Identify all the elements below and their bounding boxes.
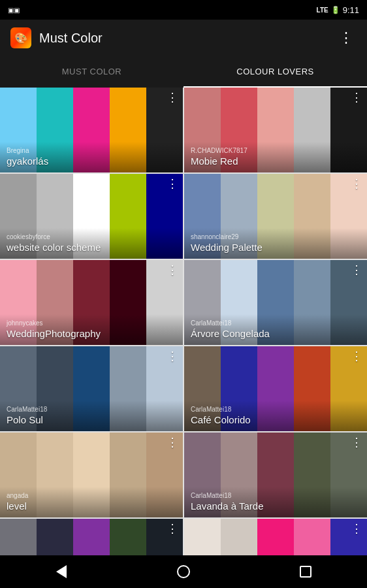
back-icon <box>56 565 67 578</box>
color-strip <box>73 519 110 555</box>
palette-info: angadalevel <box>0 487 183 517</box>
recent-icon <box>300 566 311 578</box>
card-menu-button[interactable]: ⋮ <box>167 436 179 448</box>
palette-author: CarlaMattei18 <box>7 406 176 413</box>
palette-author: Bregina <box>7 147 176 154</box>
palette-info: CarlaMattei18Polo Sul <box>0 400 183 431</box>
palette-info: cookiesbyforcewebsite color scheme <box>0 228 183 259</box>
card-menu-button[interactable]: ⋮ <box>351 178 363 189</box>
palette-card[interactable]: cookiesbyforcewebsite color scheme⋮ <box>0 174 183 259</box>
status-time: 9:11 <box>343 5 359 15</box>
palette-colors <box>184 519 367 555</box>
card-menu-button[interactable]: ⋮ <box>351 350 363 362</box>
palette-info: shannonclaire29Wedding Palette <box>184 228 367 259</box>
color-strip <box>37 519 73 555</box>
palette-author: CarlaMattei18 <box>191 492 360 499</box>
palette-card[interactable]: ⋮ <box>184 519 367 555</box>
color-strip <box>221 519 257 555</box>
palette-author: johnnycakes <box>7 319 176 327</box>
app-title: Must Color <box>39 31 328 46</box>
card-menu-button[interactable]: ⋮ <box>351 264 363 276</box>
status-right: LTE 🔋 9:11 <box>317 5 359 15</box>
palette-author: cookiesbyforce <box>7 233 176 240</box>
color-strip <box>257 519 294 555</box>
card-menu-button[interactable]: ⋮ <box>351 436 363 448</box>
palette-info: Breginagyakorlás <box>0 142 183 172</box>
palette-card[interactable]: johnnycakesWeddingPhotography⋮ <box>0 260 183 345</box>
app-logo: 🎨 <box>10 27 31 48</box>
card-menu-button[interactable]: ⋮ <box>167 178 179 189</box>
card-menu-button[interactable]: ⋮ <box>167 91 179 103</box>
palette-card[interactable]: CarlaMattei18Café Colorido⋮ <box>184 346 367 431</box>
palette-author: shannonclaire29 <box>191 233 360 240</box>
card-menu-button[interactable]: ⋮ <box>167 523 179 534</box>
tab-colour-lovers[interactable]: COLOUR LOVERS <box>184 56 367 86</box>
color-strip <box>184 519 221 555</box>
palette-info: R.CHADWICK7817Mobie Red <box>184 142 367 172</box>
palette-name: Polo Sul <box>7 414 176 426</box>
palette-name: Árvore Congelada <box>191 328 360 340</box>
color-strip <box>0 519 37 555</box>
card-menu-button[interactable]: ⋮ <box>167 350 179 362</box>
tab-bar: MUST COLOR COLOUR LOVERS <box>0 56 367 88</box>
palette-author: CarlaMattei18 <box>191 319 360 327</box>
palette-card[interactable]: angadalevel⋮ <box>0 433 183 517</box>
palette-grid: Breginagyakorlás⋮R.CHADWICK7817Mobie Red… <box>0 88 367 555</box>
color-strip <box>110 519 146 555</box>
status-bar: ▣▣ LTE 🔋 9:11 <box>0 0 367 20</box>
palette-name: Café Colorido <box>191 414 360 426</box>
palette-name: gyakorlás <box>7 155 176 167</box>
status-left: ▣▣ <box>8 7 20 14</box>
more-button[interactable]: ⋮ <box>336 27 357 49</box>
palette-card[interactable]: ⋮ <box>0 519 183 555</box>
palette-info: johnnycakesWeddingPhotography <box>0 314 183 345</box>
card-menu-button[interactable]: ⋮ <box>351 91 363 103</box>
palette-card[interactable]: Breginagyakorlás⋮ <box>0 88 183 172</box>
nav-recent-button[interactable] <box>293 559 319 585</box>
lte-icon: LTE <box>317 7 328 14</box>
palette-card[interactable]: CarlaMattei18Lavanda à Tarde⋮ <box>184 433 367 517</box>
palette-name: website color scheme <box>7 242 176 253</box>
wifi-icon: ▣▣ <box>8 7 20 14</box>
palette-info: CarlaMattei18Árvore Congelada <box>184 314 367 345</box>
palette-name: Mobie Red <box>191 155 360 167</box>
palette-name: WeddingPhotography <box>7 328 176 340</box>
nav-back-button[interactable] <box>48 559 74 585</box>
palette-name: level <box>7 500 176 512</box>
palette-colors <box>0 519 183 555</box>
palette-card[interactable]: CarlaMattei18Polo Sul⋮ <box>0 346 183 431</box>
palette-name: Lavanda à Tarde <box>191 500 360 512</box>
tab-must-color[interactable]: MUST COLOR <box>0 56 184 86</box>
palette-card[interactable]: R.CHADWICK7817Mobie Red⋮ <box>184 88 367 172</box>
palette-info: CarlaMattei18Café Colorido <box>184 400 367 431</box>
palette-info: CarlaMattei18Lavanda à Tarde <box>184 487 367 517</box>
palette-author: R.CHADWICK7817 <box>191 147 360 154</box>
palette-card[interactable]: CarlaMattei18Árvore Congelada⋮ <box>184 260 367 345</box>
palette-author: CarlaMattei18 <box>191 406 360 413</box>
color-strip <box>294 519 330 555</box>
logo-icon: 🎨 <box>14 32 27 44</box>
app-bar: 🎨 Must Color ⋮ <box>0 20 367 56</box>
home-icon <box>177 565 190 578</box>
palette-list: Breginagyakorlás⋮R.CHADWICK7817Mobie Red… <box>0 88 367 555</box>
palette-author: angada <box>7 492 176 499</box>
card-menu-button[interactable]: ⋮ <box>351 523 363 534</box>
palette-card[interactable]: shannonclaire29Wedding Palette⋮ <box>184 174 367 259</box>
nav-home-button[interactable] <box>170 559 197 585</box>
bottom-nav <box>0 555 367 588</box>
battery-icon: 🔋 <box>331 6 340 14</box>
card-menu-button[interactable]: ⋮ <box>167 264 179 276</box>
palette-name: Wedding Palette <box>191 242 360 253</box>
